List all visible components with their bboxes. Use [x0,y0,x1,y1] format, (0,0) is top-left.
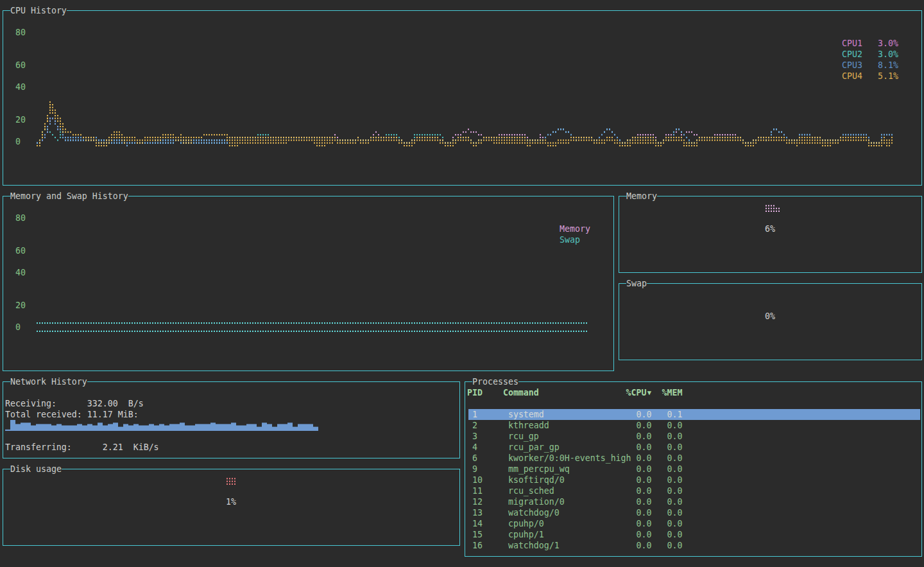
system-monitor-screen: CPU History 80 60 40 20 0 CPU1 3.0% CPU2… [0,0,924,567]
network-total-received-line: Total received: 11.17 MiB: [5,409,139,420]
process-row[interactable]: 3 rcu_gp 0.0 0.0 [472,431,682,442]
process-row[interactable]: 11 rcu_sched 0.0 0.0 [472,485,682,496]
swap-gauge-panel: Swap 0% [619,283,922,360]
process-row[interactable]: 13 watchdog/0 0.0 0.0 [472,507,682,518]
process-row[interactable]: 1 systemd 0.0 0.1 [472,409,682,420]
cpu1-legend-name: CPU1 [842,39,862,48]
total-received-label: Total received: [5,410,82,419]
process-row[interactable]: 4 rcu_par_gp 0.0 0.0 [472,442,682,453]
cpu1-legend-value: 3.0% [878,39,898,48]
disk-usage-title: Disk usage [10,464,62,475]
memory-swap-history-panel: Memory and Swap History 80 60 40 20 0 Me… [3,196,614,371]
cpu-ytick-20: 20 [15,114,26,125]
cpu-history-panel: CPU History 80 60 40 20 0 CPU1 3.0% CPU2… [3,10,922,186]
process-row[interactable]: 15 cpuhp/1 0.0 0.0 [472,529,682,540]
cpu-ytick-80: 80 [15,27,26,38]
swap-gauge-title: Swap [626,278,647,289]
cpu-history-title: CPU History [10,5,67,16]
cpu4-legend-value: 5.1% [878,71,898,81]
disk-usage-value: 1% [226,496,236,507]
cpu4-legend-item: CPU4 5.1% [842,71,898,82]
network-receiving-line: Receiving: 332.00 B/s [5,398,144,409]
processes-panel: Processes PID Command %CPU %MEM 1 system… [465,381,922,557]
cpu3-legend-name: CPU3 [842,60,862,70]
receiving-label: Receiving: [5,399,56,408]
cpu2-legend-value: 3.0% [878,49,898,59]
cpu2-legend-name: CPU2 [842,49,862,59]
mem-ytick-20: 20 [15,300,26,311]
cpu-ytick-40: 40 [15,82,26,92]
disk-usage-panel: Disk usage 1% [3,469,460,546]
memory-gauge-title: Memory [626,191,657,202]
process-row[interactable]: 14 cpuhp/0 0.0 0.0 [472,518,682,529]
transferring-label: Transferring: [5,442,72,452]
memory-gauge-value: 6% [765,223,775,234]
network-history-panel: Network History Receiving: 332.00 B/s To… [3,381,460,458]
process-row[interactable]: 6 kworker/0:0H-events_high 0.0 0.0 [472,453,682,464]
cpu3-legend-value: 8.1% [878,60,898,70]
cpu2-legend-item: CPU2 3.0% [842,49,898,60]
process-row[interactable]: 16 watchdog/1 0.0 0.0 [472,540,682,551]
process-row[interactable]: 9 mm_percpu_wq 0.0 0.0 [472,464,682,475]
cpu4-legend-name: CPU4 [842,71,862,81]
mem-ytick-40: 40 [15,267,26,278]
swap-gauge-value: 0% [765,311,775,322]
process-row[interactable]: 12 migration/0 0.0 0.0 [472,496,682,507]
process-row[interactable]: 10 ksoftirqd/0 0.0 0.0 [472,475,682,485]
mem-ytick-60: 60 [15,245,26,256]
mem-ytick-80: 80 [15,213,26,223]
processes-title: Processes [472,376,518,387]
cpu-ytick-60: 60 [15,60,26,71]
transferring-value: 2.21 KiB/s [103,442,159,452]
cpu3-legend-item: CPU3 8.1% [842,60,898,71]
cpu1-legend-item: CPU1 3.0% [842,38,898,49]
mem-ytick-0: 0 [15,322,21,333]
network-transferring-line: Transferring: 2.21 KiB/s [5,442,159,453]
memory-legend-item: Memory [560,223,590,234]
total-received-value: 11.17 MiB: [87,410,139,419]
process-row[interactable]: 2 kthreadd 0.0 0.0 [472,420,682,431]
swap-legend-item: Swap [560,234,580,245]
memory-gauge-panel: Memory 6% [619,196,922,273]
cpu-ytick-0: 0 [15,136,21,147]
network-history-title: Network History [10,376,87,387]
memory-swap-history-title: Memory and Swap History [10,191,128,202]
receiving-value: 332.00 B/s [87,399,144,408]
sort-descending-icon: ▼ [647,387,652,398]
